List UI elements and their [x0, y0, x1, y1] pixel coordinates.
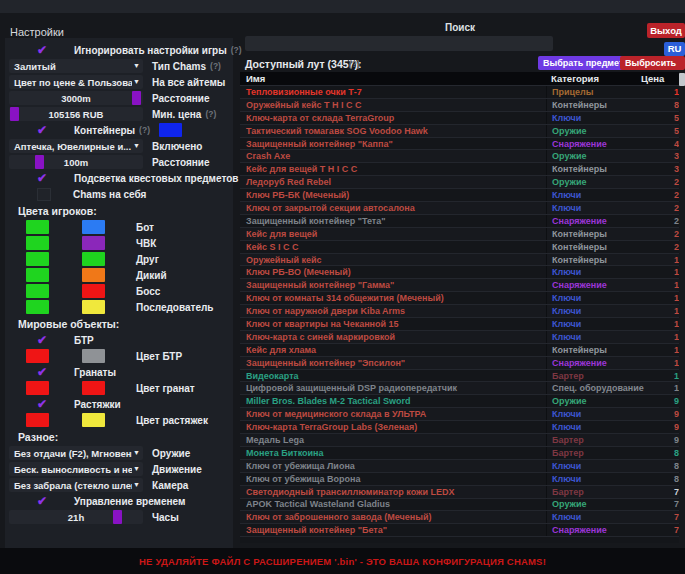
visible-color-swatch[interactable] — [26, 268, 49, 282]
loot-row[interactable]: Оружейный кейс Контейнеры 1.95kk — [240, 254, 679, 267]
visible-color-swatch[interactable] — [26, 252, 49, 266]
chams-color-swatch[interactable] — [82, 268, 105, 282]
slider-handle[interactable] — [132, 91, 141, 105]
hours-slider[interactable]: 21h — [9, 510, 143, 524]
loot-row[interactable]: Кейс S I C C Контейнеры 2.05kk — [240, 241, 679, 254]
slider-handle[interactable] — [113, 510, 122, 524]
loot-row[interactable]: Оружейный кейс T H I C C Контейнеры 8.40… — [240, 99, 679, 112]
loot-row[interactable]: Кейс для вещей T H I C C Контейнеры 3.10… — [240, 163, 679, 176]
visible-color-swatch[interactable] — [26, 413, 49, 427]
checkbox-checked-icon[interactable]: ✔ — [37, 333, 52, 347]
loot-row[interactable]: Ключ-карта с синей маркировкой Ключи 1.1… — [240, 331, 679, 344]
loot-row[interactable]: Ключ РБ-ВО (Меченый) Ключи 1.85kk — [240, 266, 679, 279]
ignore-game-settings-row[interactable]: ✔ Игнорировать настройки игры (?) — [9, 43, 230, 57]
chams-color-swatch[interactable] — [82, 300, 105, 314]
loot-row[interactable]: Miller Bros. Blades M-2 Tactical Sword О… — [240, 395, 679, 408]
chams-color-swatch[interactable] — [82, 236, 105, 250]
loot-row[interactable]: Ключ от закрытой секции автосалона Ключи… — [240, 202, 679, 215]
loot-row[interactable]: Ключ от наружной двери Kiba Arms Ключи 1… — [240, 305, 679, 318]
movement-mods-dropdown[interactable]: Беск. выносливость и нет уста ▼ — [9, 462, 143, 476]
loot-row[interactable]: Ледоруб Red Rebel Оружие 2.75kk — [240, 176, 679, 189]
checkbox-checked-icon[interactable]: ✔ — [37, 494, 52, 508]
help-icon[interactable]: (?) — [231, 45, 242, 55]
loot-row[interactable]: Медаль Lega Бартер 900.0k — [240, 434, 679, 447]
loot-row[interactable]: Тепловизионные очки Т-7 Прицелы 17.33kk — [240, 86, 679, 99]
slider-handle[interactable] — [35, 155, 44, 169]
loot-row[interactable]: Защищенный контейнер "Эпсилон" Снаряжени… — [240, 357, 679, 370]
column-header-category[interactable]: Категория — [546, 73, 641, 84]
loot-row[interactable]: Защищенный контейнер "Тета" Снаряжение 2… — [240, 215, 679, 228]
loot-row[interactable]: Ключ от комнаты 314 общежития (Меченый) … — [240, 292, 679, 305]
chams-color-swatch[interactable] — [82, 252, 105, 266]
loot-row[interactable]: Ключ от убежища Лиона Ключи 850.0k — [240, 460, 679, 473]
loot-row[interactable]: Ключ-карта от склада TerraGroup Ключи 5.… — [240, 112, 679, 125]
loot-row[interactable]: Тактический томагавк SOG Voodoo Hawk Ору… — [240, 125, 679, 138]
column-header-name[interactable]: Имя — [240, 73, 546, 84]
loot-row[interactable]: Кейс для хлама Контейнеры 1.11kk — [240, 344, 679, 357]
item-distance-slider[interactable]: 3000m — [9, 91, 143, 105]
loot-row[interactable]: Цифровой защищенный DSP радиопередатчик … — [240, 382, 679, 395]
checkbox-checked-icon[interactable]: ✔ — [37, 123, 52, 137]
loot-row[interactable]: Ключ РБ-БК (Меченый) Ключи 2.58kk — [240, 189, 679, 202]
loot-row[interactable]: Защищенный контейнер "Гамма" Снаряжение … — [240, 279, 679, 292]
setting-label: Включено — [152, 141, 202, 152]
loot-item-name: Ключ-карта TerraGroup Labs (Зеленая) — [240, 422, 546, 432]
checkbox-checked-icon[interactable]: ✔ — [37, 43, 52, 57]
min-price-slider[interactable]: 105156 RUB — [9, 107, 143, 121]
loot-row[interactable]: Ключ от медицинского склада в УЛЬТРА Клю… — [240, 408, 679, 421]
chams-self-row[interactable]: Chams на себя — [9, 187, 230, 201]
object-color-swatch[interactable] — [82, 349, 105, 363]
visible-color-swatch[interactable] — [26, 349, 49, 363]
btr-row[interactable]: ✔ БТР — [9, 333, 230, 347]
checkbox-checked-icon[interactable]: ✔ — [37, 397, 52, 411]
enabled-categories-dropdown[interactable]: Аптечка, Ювелирные и... ▼ — [9, 139, 143, 153]
container-distance-slider[interactable]: 100m — [9, 155, 143, 169]
quest-items-highlight-row[interactable]: ✔ Подсветка квестовых предметов — [9, 171, 230, 185]
loot-row[interactable]: Ключ от квартиры на Чеканной 15 Ключи 1.… — [240, 318, 679, 331]
loot-row[interactable]: Защищенный контейнер "Бета" Снаряжение 7… — [240, 524, 679, 537]
chams-color-swatch[interactable] — [82, 220, 105, 234]
drop-all-button[interactable]: Выбросить все — [620, 56, 685, 70]
time-control-row[interactable]: ✔ Управление временем — [9, 494, 230, 508]
loot-item-price: 850.0k — [674, 461, 679, 471]
visible-color-swatch[interactable] — [26, 220, 49, 234]
loot-row[interactable]: Светодиодный трансиллюминатор кожи LEDX … — [240, 486, 679, 499]
tripwires-row[interactable]: ✔ Растяжки — [9, 397, 230, 411]
loot-row[interactable]: Кейс для вещей Контейнеры 2.08kk — [240, 228, 679, 241]
camera-mods-dropdown[interactable]: Без забрала (стекло шлема) ▼ — [9, 478, 143, 492]
all-items-color-dropdown[interactable]: Цвет по цене & Пользователь ▼ — [9, 75, 143, 89]
visible-color-swatch[interactable] — [26, 300, 49, 314]
weapon-mods-dropdown[interactable]: Без отдачи (F2), Мгновенное п ▼ — [9, 446, 143, 460]
loot-row[interactable]: Ключ-карта TerraGroup Labs (Зеленая) Клю… — [240, 421, 679, 434]
help-icon[interactable]: (?) — [139, 125, 150, 135]
column-header-price[interactable]: Цена — [641, 73, 679, 84]
containers-row[interactable]: ✔ Контейнеры (?) — [9, 123, 230, 137]
scrollbar-thumb[interactable] — [679, 73, 685, 86]
loot-row[interactable]: Видеокарта Бартер 1.06kk — [240, 370, 679, 383]
search-input[interactable] — [245, 36, 553, 51]
loot-row[interactable]: Защищенный контейнер "Каппа" Снаряжение … — [240, 138, 679, 151]
slider-handle[interactable] — [10, 107, 19, 121]
loot-row[interactable]: Ключ от убежища Ворона Ключи 800.0k — [240, 473, 679, 486]
visible-color-swatch[interactable] — [26, 381, 49, 395]
visible-color-swatch[interactable] — [26, 236, 49, 250]
loot-row[interactable]: APOK Tactical Wasteland Gladius Оружие 7… — [240, 499, 679, 512]
object-color-swatch[interactable] — [82, 381, 105, 395]
containers-color-swatch[interactable] — [159, 123, 182, 137]
chams-color-swatch[interactable] — [82, 284, 105, 298]
help-icon[interactable]: (?) — [349, 59, 360, 69]
visible-color-swatch[interactable] — [26, 284, 49, 298]
loot-row[interactable]: Монета Биткоина Бартер 869.6k — [240, 447, 679, 460]
exit-button[interactable]: Выход — [647, 23, 685, 38]
object-color-swatch[interactable] — [82, 413, 105, 427]
help-icon[interactable]: (?) — [210, 61, 221, 71]
grenades-row[interactable]: ✔ Гранаты — [9, 365, 230, 379]
language-button[interactable]: RU — [664, 42, 685, 56]
help-icon[interactable]: (?) — [205, 109, 216, 119]
loot-row[interactable]: Ключ от заброшенного завода (Меченый) Кл… — [240, 511, 679, 524]
loot-row[interactable]: Crash Axe Оружие 3.40kk — [240, 150, 679, 163]
checkbox-unchecked-icon[interactable] — [37, 188, 51, 201]
checkbox-checked-icon[interactable]: ✔ — [37, 365, 52, 379]
chams-type-dropdown[interactable]: Залитый ▼ — [9, 59, 143, 73]
checkbox-checked-icon[interactable]: ✔ — [37, 171, 52, 185]
